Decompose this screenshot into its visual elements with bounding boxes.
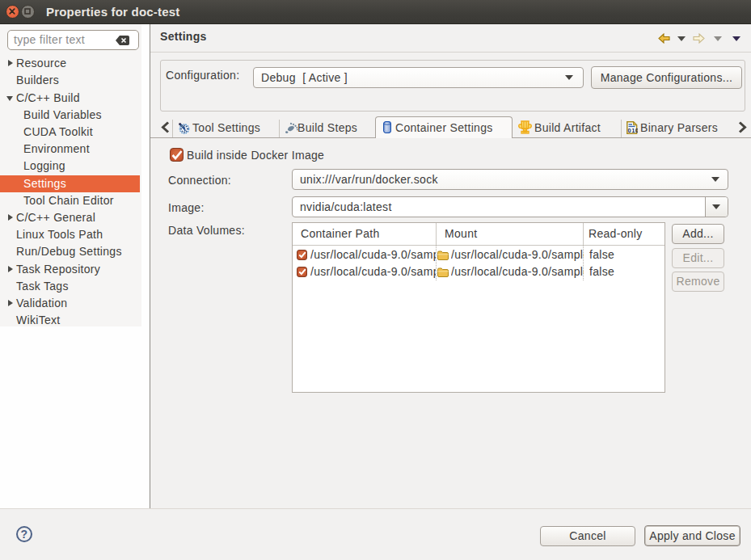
svg-text:010: 010 (628, 127, 638, 134)
